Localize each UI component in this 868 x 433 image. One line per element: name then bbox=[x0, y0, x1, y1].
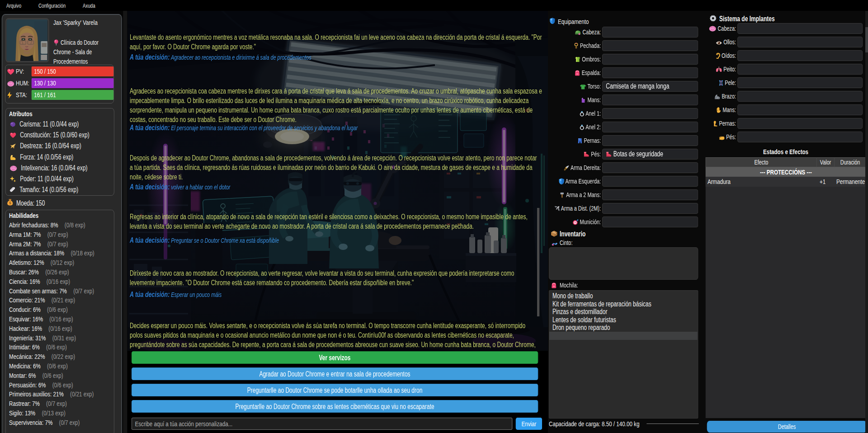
svg-text:$: $ bbox=[9, 201, 11, 205]
